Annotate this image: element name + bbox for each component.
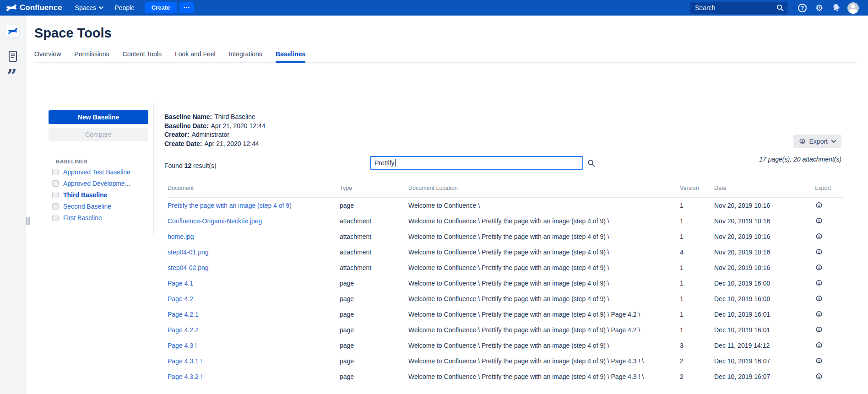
- tab[interactable]: Baselines: [276, 50, 305, 62]
- export-row-icon[interactable]: [815, 310, 823, 318]
- baselines-panel: New Baseline Compare BASELINES Approved …: [49, 103, 154, 234]
- nav-people-label: People: [114, 4, 135, 11]
- document-link[interactable]: step04-02.png: [168, 264, 209, 271]
- document-date: Nov 20, 2019 10:16: [714, 197, 814, 213]
- baseline-link[interactable]: Approved Test Baseline: [63, 168, 130, 176]
- compare-button[interactable]: Compare: [49, 128, 148, 141]
- export-row-icon[interactable]: [815, 217, 823, 224]
- baseline-link[interactable]: Second Baseline: [63, 203, 111, 210]
- export-row-icon[interactable]: [815, 295, 823, 302]
- export-button[interactable]: Export: [793, 135, 841, 148]
- baseline-results-table: Document Type Document Location Version …: [168, 185, 843, 384]
- baseline-link[interactable]: Third Baseline: [63, 191, 107, 199]
- export-row-icon[interactable]: [815, 232, 823, 240]
- global-search-input[interactable]: [690, 2, 787, 14]
- document-link[interactable]: Page 4.1: [168, 280, 193, 287]
- filter-input[interactable]: Prettify: [370, 156, 583, 170]
- document-link[interactable]: Confluence-Origami-Necktie.jpeg: [168, 217, 262, 225]
- document-version: 3: [680, 338, 714, 353]
- column-header[interactable]: Export: [814, 185, 843, 197]
- column-header[interactable]: Version: [680, 185, 714, 197]
- export-row-icon[interactable]: [815, 341, 823, 349]
- export-row-icon[interactable]: [815, 372, 823, 380]
- document-type: page: [340, 322, 408, 338]
- column-header[interactable]: Type: [340, 185, 408, 197]
- tab[interactable]: Integrations: [229, 50, 262, 62]
- export-row-icon[interactable]: [815, 264, 823, 271]
- document-location: Welcome to Confluence \ Prettify the pag…: [408, 291, 680, 307]
- create-button[interactable]: Create: [145, 2, 177, 13]
- table-row: Page 4.3 ! page Welcome to Confluence \ …: [168, 338, 843, 353]
- document-link[interactable]: Page 4.2.1: [168, 311, 199, 318]
- table-row: step04-01.png attachment Welcome to Conf…: [168, 244, 843, 260]
- document-type: page: [340, 307, 408, 322]
- document-type: page: [340, 275, 408, 291]
- baseline-checkbox[interactable]: [52, 215, 59, 221]
- document-version: 1: [680, 275, 714, 291]
- nav-item-people[interactable]: People: [109, 0, 140, 16]
- export-row-icon[interactable]: [815, 248, 823, 255]
- gear-icon: ⚙: [815, 4, 823, 12]
- column-header[interactable]: Document Location: [408, 185, 680, 197]
- table-row: Page 4.2 page Welcome to Confluence \ Pr…: [168, 291, 843, 307]
- document-link[interactable]: step04-01.png: [168, 248, 209, 256]
- sidebar-resize-handle[interactable]: [26, 217, 30, 225]
- document-location: Welcome to Confluence \: [408, 197, 680, 213]
- document-location: Welcome to Confluence \ Prettify the pag…: [408, 338, 680, 353]
- document-link[interactable]: Prettify the page with an image (step 4 …: [168, 202, 292, 209]
- table-row: Page 4.3.2 ! page Welcome to Confluence …: [168, 369, 843, 384]
- document-link[interactable]: home.jpg: [168, 233, 194, 240]
- pages-icon[interactable]: [8, 50, 18, 62]
- detail-label: Baseline Date:: [164, 122, 208, 130]
- baseline-link[interactable]: First Baseline: [63, 214, 102, 221]
- export-row-icon[interactable]: [815, 326, 823, 333]
- document-link[interactable]: Page 4.2.2: [168, 326, 199, 334]
- column-header[interactable]: Date: [714, 185, 814, 197]
- table-header-row: Document Type Document Location Version …: [168, 185, 843, 197]
- confluence-logo[interactable]: Confluence: [6, 3, 62, 13]
- more-actions-button[interactable]: •••: [179, 2, 194, 13]
- chevron-down-icon: [99, 6, 103, 9]
- chevron-down-icon: [831, 140, 836, 143]
- nav-item-spaces[interactable]: Spaces: [70, 0, 109, 16]
- found-prefix: Found: [164, 162, 183, 169]
- tab[interactable]: Content Tools: [123, 50, 162, 62]
- notifications-button[interactable]: [828, 0, 845, 16]
- user-menu-button[interactable]: [845, 0, 862, 16]
- filter-search-icon[interactable]: [587, 159, 595, 167]
- tab[interactable]: Overview: [34, 50, 61, 62]
- document-link[interactable]: Page 4.2: [168, 295, 193, 302]
- document-link[interactable]: Page 4.3 !: [168, 342, 197, 349]
- baseline-link[interactable]: Approved Developme...: [63, 180, 130, 187]
- document-type: page: [340, 338, 408, 353]
- settings-button[interactable]: ⚙: [811, 0, 828, 16]
- document-type: attachment: [340, 213, 408, 229]
- document-date: Nov 20, 2019 10:16: [714, 213, 814, 229]
- document-link[interactable]: Page 4.3.2 !: [168, 373, 202, 380]
- quotes-icon[interactable]: ”: [7, 67, 17, 84]
- document-date: Dec 11, 2019 14:12: [714, 338, 814, 353]
- help-button[interactable]: ?: [794, 0, 811, 16]
- new-baseline-button[interactable]: New Baseline: [49, 110, 148, 124]
- document-location: Welcome to Confluence \ Prettify the pag…: [408, 229, 680, 244]
- export-row-icon[interactable]: [815, 279, 823, 286]
- baselines-section-label: BASELINES: [56, 159, 153, 164]
- space-tools-tabs: Overview Permissions Content Tools Look …: [34, 50, 857, 63]
- document-link[interactable]: Page 4.3.1 !: [168, 357, 202, 365]
- tab[interactable]: Permissions: [74, 50, 109, 62]
- baseline-checkbox[interactable]: [52, 180, 59, 187]
- table-row: Confluence-Origami-Necktie.jpeg attachme…: [168, 213, 843, 229]
- document-date: Dec 10, 2019 16:00: [714, 275, 814, 291]
- search-icon[interactable]: [776, 4, 784, 11]
- tab[interactable]: Look and Feel: [175, 50, 216, 62]
- export-row-icon[interactable]: [815, 357, 823, 364]
- column-header[interactable]: Document: [168, 185, 340, 197]
- space-logo[interactable]: [6, 25, 19, 38]
- baseline-checkbox[interactable]: [52, 192, 59, 198]
- confluence-mark-icon: [6, 3, 16, 13]
- avatar: [847, 2, 859, 14]
- baseline-checkbox[interactable]: [52, 169, 59, 175]
- export-row-icon[interactable]: [815, 201, 823, 209]
- baseline-checkbox[interactable]: [52, 203, 59, 210]
- detail-value: Apr 21, 2020 12:44: [211, 122, 265, 130]
